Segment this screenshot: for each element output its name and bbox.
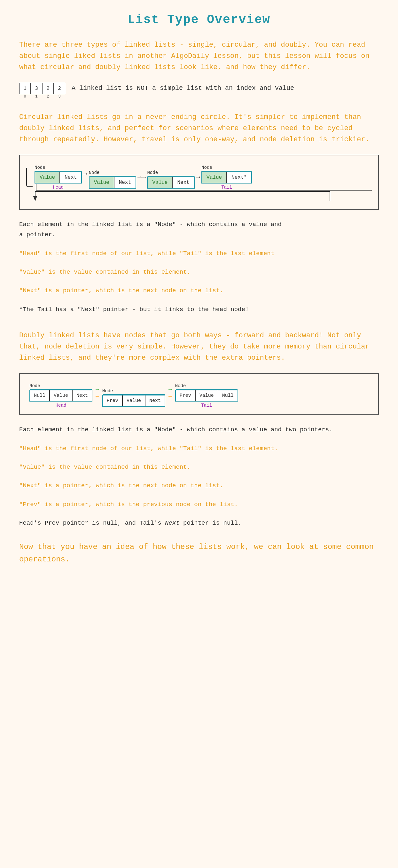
index-3: 3 xyxy=(54,94,65,99)
index-list: 1 3 2 2 0 1 2 3 xyxy=(19,83,65,99)
index-0: 0 xyxy=(19,94,31,99)
index-list-cells: 1 3 2 2 xyxy=(19,83,65,94)
circ-node-2: Node Value Next xyxy=(89,170,136,190)
doubly-node-1: Node Null Value Next Head xyxy=(29,383,92,408)
simple-list-demo: 1 3 2 2 0 1 2 3 A linked list is NOT a s… xyxy=(19,83,379,99)
circ-node-1: Node Value Next Head xyxy=(34,165,82,190)
page-title: List Type Overview xyxy=(19,13,379,27)
arrow-1: → xyxy=(83,170,87,178)
circular-description: Circular linked lists go in a never-endi… xyxy=(19,112,379,146)
circ-explain-1: Each element in the linked list is a "No… xyxy=(19,219,379,240)
circ-explain-5: *The Tail has a "Next" pointer - but it … xyxy=(19,304,379,315)
not-simple-label: A linked list is NOT a simple list with … xyxy=(71,84,294,92)
doubly-explanations: Each element in the linked list is a "No… xyxy=(19,425,379,528)
circular-diagram: Node Value Next Head → Node Value Next xyxy=(19,155,379,210)
doubly-explain-1: Each element in the linked list is a "No… xyxy=(19,425,379,435)
svg-marker-4 xyxy=(33,196,37,201)
arrow-2: →→ xyxy=(137,173,146,181)
circ-explain-2: "Head" is the first node of our list, wh… xyxy=(19,248,379,259)
doubly-description: Doubly linked lists have nodes that go b… xyxy=(19,330,379,364)
list-cell-1: 3 xyxy=(31,83,42,94)
doubly-explain-5: "Prev" is a pointer, which is the previo… xyxy=(19,499,379,509)
doubly-explain-2: "Head" is the first node of our list, wh… xyxy=(19,443,379,454)
doubly-explain-3: "Value" is the value contained in this e… xyxy=(19,462,379,472)
doubly-diagram: Node Null Value Next Head → ← Node Prev … xyxy=(19,373,379,415)
index-numbers: 0 1 2 3 xyxy=(19,94,65,99)
doubly-arrows-12: → ← xyxy=(96,386,99,400)
index-2: 2 xyxy=(42,94,54,99)
circular-explanations: Each element in the linked list is a "No… xyxy=(19,219,379,315)
index-1: 1 xyxy=(31,94,42,99)
doubly-explain-6: Head's Prev pointer is null, and Tail's … xyxy=(19,518,379,528)
circ-node-4: Node Value Next* Tail xyxy=(202,165,252,190)
arrow-3: → xyxy=(196,173,200,181)
list-cell-3: 2 xyxy=(54,83,65,94)
circ-explain-3: "Value" is the value contained in this e… xyxy=(19,267,379,277)
circ-explain-4: "Next" is a pointer, which is the next n… xyxy=(19,285,379,296)
circular-arrow-svg xyxy=(26,190,372,203)
doubly-arrows-23: → ← xyxy=(169,386,172,400)
list-cell-2: 2 xyxy=(42,83,54,94)
circ-node-3: Node Value Next xyxy=(147,170,194,190)
conclusion-text: Now that you have an idea of how these l… xyxy=(19,541,379,565)
doubly-explain-4: "Next" is a pointer, which is the next n… xyxy=(19,480,379,491)
doubly-node-2: Node Prev Value Next xyxy=(102,389,165,408)
list-cell-0: 1 xyxy=(19,83,31,94)
intro-paragraph: There are three types of linked lists - … xyxy=(19,39,379,73)
doubly-node-3: Node Prev Value Null Tail xyxy=(175,383,238,408)
